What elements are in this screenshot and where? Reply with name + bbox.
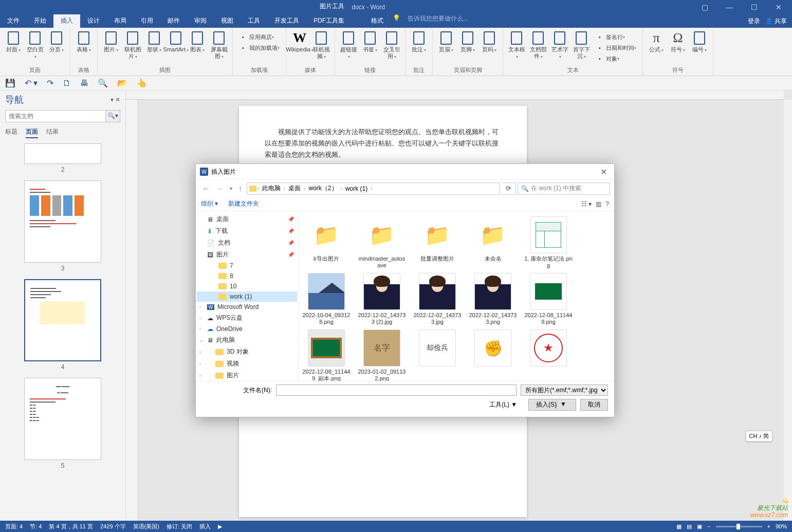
- ribbon-图片[interactable]: 图片: [101, 30, 121, 54]
- tellme-input[interactable]: 告诉我您想要做什么...: [402, 14, 468, 28]
- ribbon-签名行[interactable]: ▪签名行 ▾: [593, 32, 639, 42]
- file-item[interactable]: 1. 康奈尔笔记法.png: [523, 215, 574, 270]
- login-link[interactable]: 登录: [748, 17, 760, 26]
- tree-item[interactable]: 🖥桌面📌: [197, 213, 297, 225]
- ime-indicator[interactable]: CH ♪ 简: [746, 431, 773, 442]
- dialog-search-input[interactable]: 🔍在 work (1) 中搜索: [518, 182, 610, 195]
- status-macro-icon[interactable]: ▶: [218, 523, 222, 530]
- crumb-work1[interactable]: work (1): [343, 184, 370, 193]
- status-insert[interactable]: 插入: [199, 523, 211, 530]
- ribbon-形状[interactable]: 形状: [144, 30, 164, 54]
- tab-insert[interactable]: 插入: [53, 14, 80, 28]
- breadcrumb[interactable]: › 此电脑› 桌面› work（2）› work (1)›: [247, 182, 501, 195]
- minimize-icon[interactable]: ―: [719, 3, 740, 11]
- ribbon-超链接[interactable]: 超链接: [338, 30, 359, 61]
- ribbon-分页[interactable]: 分页: [46, 30, 67, 54]
- view-read-icon[interactable]: ▦: [676, 523, 682, 530]
- tab-design[interactable]: 设计: [80, 14, 107, 28]
- ribbon-display-icon[interactable]: ▢: [694, 3, 715, 11]
- zoom-in-icon[interactable]: +: [767, 523, 770, 529]
- tab-mailings[interactable]: 邮件: [160, 14, 187, 28]
- view-icons-button[interactable]: ☷ ▾: [581, 200, 592, 208]
- tab-references[interactable]: 引用: [134, 14, 160, 28]
- tab-layout[interactable]: 布局: [107, 14, 134, 28]
- tree-item[interactable]: work (1): [197, 291, 297, 302]
- recent-dropdown-icon[interactable]: ▾: [228, 186, 234, 191]
- status-lang[interactable]: 英语(美国): [133, 523, 159, 530]
- view-preview-button[interactable]: ▥: [596, 200, 601, 208]
- file-item[interactable]: 📁未命名: [467, 215, 519, 270]
- tab-file[interactable]: 文件: [0, 14, 27, 28]
- qat-new-icon[interactable]: 🗋: [63, 79, 71, 88]
- tree-item[interactable]: 8: [197, 271, 297, 281]
- help-icon[interactable]: ?: [605, 200, 609, 208]
- dialog-close-icon[interactable]: ✕: [597, 167, 610, 177]
- qat-print-icon[interactable]: 🖶: [80, 79, 88, 88]
- tree-item[interactable]: ›3D 对象: [197, 346, 297, 358]
- crumb-work2[interactable]: work（2）: [307, 183, 340, 194]
- ribbon-批注[interactable]: 批注: [409, 30, 429, 54]
- ribbon-书签[interactable]: 书签: [360, 30, 380, 54]
- thumb-page-4[interactable]: ▬▬▬▬▬▬▬▬▬▬▬▬▬▬▬▬▬▬▬▬▬▬▬▬▬▬▬▬▬▬▬▬▬▬▬▬4: [24, 279, 101, 371]
- share-button[interactable]: 👤 共享: [765, 17, 787, 26]
- tree-item[interactable]: 🖼图片📌: [197, 249, 297, 261]
- nav-tab-results[interactable]: 结果: [46, 127, 59, 138]
- ribbon-日期和时间[interactable]: ▪日期和时间 ▾: [593, 43, 639, 53]
- qat-open-icon[interactable]: 📂: [117, 78, 127, 88]
- ribbon-联机视频[interactable]: 联机视频: [311, 30, 331, 61]
- close-icon[interactable]: ✕: [768, 3, 789, 11]
- tab-home[interactable]: 开始: [27, 14, 53, 28]
- ribbon-页码[interactable]: 页码: [479, 30, 500, 54]
- file-item[interactable]: 2022-10-04_093128.png: [301, 272, 352, 326]
- vertical-ruler[interactable]: [126, 100, 138, 521]
- file-item[interactable]: 名字2023-01-02_091132.png: [356, 328, 408, 381]
- cancel-button[interactable]: 取消: [580, 399, 608, 411]
- vertical-scrollbar[interactable]: [784, 100, 792, 521]
- zoom-slider[interactable]: [716, 526, 762, 527]
- tree-item[interactable]: 7: [197, 261, 297, 271]
- ribbon-SmartArt[interactable]: SmartArt: [165, 30, 186, 54]
- insert-button[interactable]: 插入(S)▼: [528, 399, 576, 411]
- tree-item[interactable]: ›图片: [197, 370, 297, 381]
- tree-item[interactable]: ›视频: [197, 358, 297, 370]
- filename-input[interactable]: [276, 384, 517, 396]
- file-filter-select[interactable]: 所有图片(*.emf;*.wmf;*.jpg;*.j: [521, 384, 608, 396]
- tab-pdf[interactable]: PDF工具集: [306, 14, 352, 28]
- tree-item[interactable]: ⌄🖥此电脑: [197, 334, 297, 346]
- zoom-level[interactable]: 90%: [776, 523, 787, 529]
- ribbon-编号[interactable]: 编号: [689, 30, 710, 54]
- back-icon[interactable]: ←: [200, 184, 212, 193]
- view-web-icon[interactable]: ▣: [697, 523, 702, 530]
- ribbon-空白页[interactable]: 空白页: [25, 30, 45, 61]
- new-folder-button[interactable]: 新建文件夹: [228, 199, 259, 208]
- file-item[interactable]: 📁mindmaster_autosave: [356, 215, 408, 270]
- ribbon-首字下沉[interactable]: 首字下沉: [571, 30, 592, 61]
- crumb-desktop[interactable]: 桌面: [286, 183, 303, 194]
- qat-preview-icon[interactable]: 🔍: [98, 78, 108, 88]
- ribbon-表格[interactable]: 表格: [73, 30, 94, 54]
- tree-item[interactable]: ›WMicrosoft Word: [197, 302, 297, 312]
- tree-item[interactable]: 📄文档📌: [197, 237, 297, 249]
- maximize-icon[interactable]: ☐: [744, 3, 764, 11]
- nav-search[interactable]: 🔍▾: [5, 110, 120, 122]
- ribbon-页脚[interactable]: 页脚: [457, 30, 478, 54]
- tab-review[interactable]: 审阅: [187, 14, 214, 28]
- status-page[interactable]: 页面: 4: [5, 523, 23, 530]
- horizontal-ruler[interactable]: [126, 90, 784, 100]
- ribbon-页眉[interactable]: 页眉: [436, 30, 456, 54]
- refresh-icon[interactable]: ⟳: [502, 182, 515, 195]
- file-item[interactable]: 2022-12-08_111449.png: [523, 272, 574, 326]
- dialog-titlebar[interactable]: W 插入图片 ✕: [196, 164, 614, 179]
- organize-button[interactable]: 组织 ▾: [201, 199, 218, 208]
- file-item[interactable]: 📁批量调整图片: [412, 215, 463, 270]
- ribbon-对象[interactable]: ▪对象 ▾: [593, 53, 639, 64]
- crumb-pc[interactable]: 此电脑: [260, 183, 283, 194]
- file-item[interactable]: 却俭兵: [412, 328, 463, 381]
- ribbon-文本框[interactable]: 文本框: [506, 30, 527, 61]
- zoom-out-icon[interactable]: −: [707, 523, 710, 529]
- undo-icon[interactable]: ↶ ▾: [25, 78, 38, 88]
- tab-format[interactable]: 格式: [364, 14, 391, 28]
- ribbon-文档部件[interactable]: 文档部件: [528, 30, 548, 61]
- qat-touch-icon[interactable]: 👆: [137, 78, 147, 88]
- status-pages[interactable]: 第 4 页，共 11 页: [49, 523, 93, 530]
